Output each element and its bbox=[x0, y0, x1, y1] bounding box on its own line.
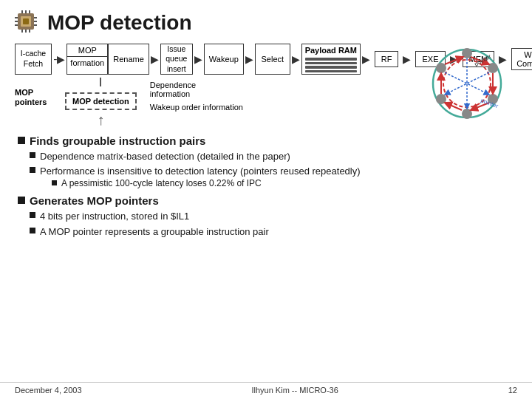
footer: December 4, 2003 Ilhyun Kim -- MICRO-36 … bbox=[0, 382, 532, 395]
page-title: MOP detection bbox=[47, 11, 192, 35]
header: MOP detection bbox=[0, 0, 532, 42]
select-box: Select bbox=[255, 44, 290, 75]
sub-bullets-2: 4 bits per instruction, stored in $IL1 A… bbox=[30, 210, 514, 238]
main-content: Finds groupable instruction pairs Depend… bbox=[0, 129, 532, 239]
sub-bullet-icon-1-2 bbox=[30, 167, 35, 173]
svg-rect-2 bbox=[23, 18, 29, 24]
arrow4: ▶ bbox=[290, 53, 301, 65]
sub-bullets-1: Dependence matrix-based detection (detai… bbox=[30, 150, 514, 190]
arrow6: ▶ bbox=[401, 53, 412, 65]
arrow2: ▶ bbox=[193, 53, 204, 65]
sub-bullet-text-1-1: Dependence matrix-based detection (detai… bbox=[40, 150, 290, 163]
svg-point-21 bbox=[436, 94, 446, 104]
mop-pointers-label: MOPpointers bbox=[15, 88, 59, 107]
sub-bullet-icon-2-2 bbox=[30, 228, 35, 233]
arrow5: ▶ bbox=[361, 53, 372, 65]
sub-bullet-text-1-2: Performance is insensitive to detection … bbox=[40, 165, 361, 178]
footer-date: December 4, 2003 bbox=[15, 386, 82, 395]
svg-point-20 bbox=[462, 109, 472, 119]
mop-detection-box: MOP detection bbox=[65, 92, 137, 110]
dep-info: Dependence information Wakeup order info… bbox=[150, 81, 243, 112]
sub-sub-text-1-2-1: A pessimistic 100-cycle latency loses 0.… bbox=[61, 178, 262, 188]
payload-ram-box: Payload RAM bbox=[301, 44, 361, 75]
icache-fetch-box: I-cacheFetch bbox=[15, 44, 52, 75]
rename-box: Rename bbox=[108, 44, 149, 75]
bullet-section-1: Finds groupable instruction pairs Depend… bbox=[18, 134, 514, 190]
footer-author: Ilhyun Kim -- MICRO-36 bbox=[251, 386, 338, 395]
sub-bullet-icon-1-1 bbox=[30, 152, 35, 158]
bullet-heading-2: Generates MOP pointers bbox=[30, 194, 159, 207]
sub-bullet-icon-2-1 bbox=[30, 212, 35, 218]
pointer-diagram: pointer pointer bbox=[415, 43, 519, 124]
footer-page: 12 bbox=[508, 386, 517, 395]
sub-sub-bullet-icon-1-2-1 bbox=[52, 180, 57, 185]
svg-point-22 bbox=[436, 63, 446, 73]
issue-queue-box: Issuequeueinsert bbox=[160, 44, 193, 75]
arrow1: ▶ bbox=[149, 53, 160, 65]
sub-bullet-text-2-1: 4 bits per instruction, stored in $IL1 bbox=[40, 210, 189, 223]
arrow3: ▶ bbox=[244, 53, 255, 65]
rf-box: RF bbox=[375, 51, 399, 67]
bullet-section-2: Generates MOP pointers 4 bits per instru… bbox=[18, 194, 514, 238]
svg-point-17 bbox=[462, 48, 472, 58]
wakeup-box: Wakeup bbox=[204, 44, 244, 75]
svg-point-18 bbox=[488, 63, 498, 73]
processor-icon bbox=[12, 7, 40, 38]
bullet-heading-1: Finds groupable instruction pairs bbox=[30, 134, 205, 147]
sub-bullet-text-2-2: A MOP pointer represents a groupable ins… bbox=[40, 225, 269, 239]
bullet-icon-1 bbox=[18, 137, 25, 144]
bullet-icon-2 bbox=[18, 197, 25, 204]
mop-formation-box: MOP formation bbox=[66, 44, 108, 75]
